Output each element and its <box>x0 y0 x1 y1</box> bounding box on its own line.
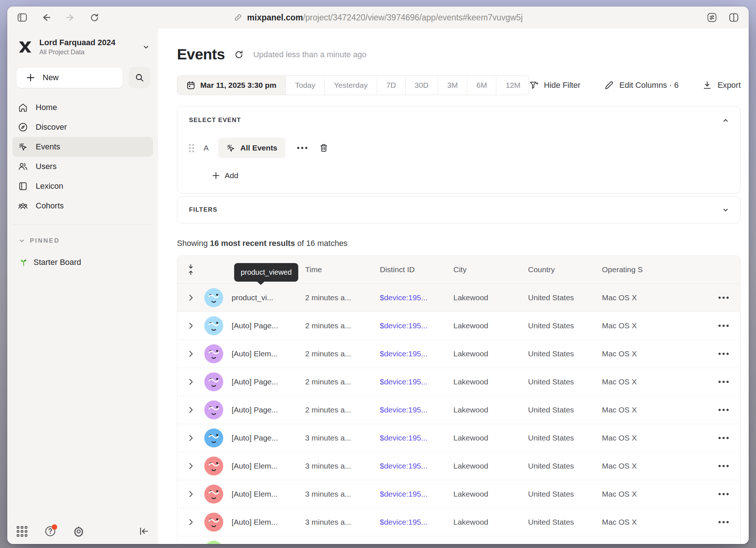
range-30d[interactable]: 30D <box>406 76 438 95</box>
range-3m[interactable]: 3M <box>438 76 467 95</box>
event-selector-chip[interactable]: All Events <box>218 138 286 158</box>
column-header-country[interactable]: Country <box>528 265 602 274</box>
row-expand-chevron[interactable] <box>177 462 204 470</box>
table-row[interactable]: [Auto] Elem... 3 minutes a... $device:19… <box>177 480 740 508</box>
sidebar-item-starter-board[interactable]: Starter Board <box>7 244 158 267</box>
column-header-city[interactable]: City <box>453 265 528 274</box>
add-event-button[interactable]: Add <box>212 171 729 180</box>
range-6m[interactable]: 6M <box>467 76 496 95</box>
sidebar-item-events[interactable]: Events <box>12 137 153 157</box>
browser-sidebar-toggle-icon[interactable] <box>17 13 27 22</box>
row-more-button[interactable] <box>716 409 731 411</box>
event-name-cell[interactable]: [Auto] Elem... <box>232 490 305 498</box>
column-header-distinct-id[interactable]: Distinct ID <box>380 265 453 274</box>
event-name-cell[interactable]: [Auto] Page... <box>232 406 305 414</box>
collapse-all-rows-icon[interactable] <box>177 264 204 275</box>
row-more-button[interactable] <box>716 493 731 495</box>
refresh-icon[interactable] <box>234 50 244 59</box>
project-name: Lord Farquaad 2024 <box>39 38 137 47</box>
distinct-id-link[interactable]: $device:195... <box>380 518 453 527</box>
apps-grid-icon[interactable] <box>17 526 27 537</box>
row-more-button[interactable] <box>716 353 731 355</box>
drag-handle[interactable] <box>189 144 194 152</box>
distinct-id-link[interactable]: $device:195... <box>380 321 453 330</box>
distinct-id-link[interactable]: $device:195... <box>380 490 453 498</box>
chevron-down-icon[interactable] <box>722 207 729 213</box>
os-cell: Mac OS X <box>602 293 681 302</box>
collapse-sidebar-icon[interactable] <box>139 527 149 536</box>
row-expand-chevron[interactable] <box>177 434 204 442</box>
row-more-button[interactable] <box>716 521 731 523</box>
range-7d[interactable]: 7D <box>377 76 406 95</box>
help-icon[interactable] <box>45 526 56 537</box>
row-expand-chevron[interactable] <box>177 350 204 357</box>
distinct-id-link[interactable]: $device:195... <box>380 434 453 442</box>
sidebar-nav: Home Discover Events <box>7 94 158 216</box>
table-row[interactable]: [Auto] Elem... 4 minutes a... $device:19… <box>177 536 740 544</box>
date-picker-button[interactable]: Mar 11, 2025 3:30 pm <box>177 76 286 95</box>
new-button[interactable]: New <box>16 67 123 88</box>
table-row[interactable]: [Auto] Elem... 3 minutes a... $device:19… <box>177 508 740 536</box>
pinned-section-toggle[interactable]: PINNED <box>7 225 158 244</box>
select-event-title: SELECT EVENT <box>189 117 241 124</box>
sidebar-item-users[interactable]: Users <box>12 157 153 176</box>
row-expand-chevron[interactable] <box>177 294 204 301</box>
project-switcher[interactable]: Lord Farquaad 2024 All Project Data <box>7 28 158 60</box>
event-name-cell[interactable]: [Auto] Elem... <box>232 462 305 470</box>
distinct-id-link[interactable]: $device:195... <box>380 349 453 358</box>
row-more-button[interactable] <box>716 297 731 299</box>
delete-event-icon[interactable] <box>319 143 328 153</box>
row-expand-chevron[interactable] <box>177 518 204 526</box>
event-name-cell[interactable]: [Auto] Page... <box>232 434 305 442</box>
row-more-button[interactable] <box>716 325 731 327</box>
row-expand-chevron[interactable] <box>177 490 204 498</box>
table-row[interactable]: [Auto] Page... 3 minutes a... $device:19… <box>177 424 740 452</box>
column-header-time[interactable]: Time <box>305 265 380 274</box>
export-button[interactable]: Export <box>702 81 741 90</box>
distinct-id-link[interactable]: $device:195... <box>380 462 453 470</box>
table-row[interactable]: [Auto] Elem... 2 minutes a... $device:19… <box>177 340 740 368</box>
reload-icon[interactable] <box>90 13 99 22</box>
address-bar[interactable]: mixpanel.com/project/3472420/view/397469… <box>233 7 523 28</box>
distinct-id-link[interactable]: $device:195... <box>380 406 453 414</box>
table-row[interactable]: [Auto] Page... 2 minutes a... $device:19… <box>177 396 740 424</box>
sidebar-item-home[interactable]: Home <box>12 98 153 117</box>
sidebar-item-discover[interactable]: Discover <box>12 117 153 137</box>
settings-gear-icon[interactable] <box>73 526 84 537</box>
row-more-button[interactable] <box>716 465 731 467</box>
split-view-icon[interactable] <box>729 13 739 22</box>
distinct-id-link[interactable]: $device:195... <box>380 377 453 386</box>
table-row[interactable]: [Auto] Page... 2 minutes a... $device:19… <box>177 312 740 340</box>
chevron-up-icon[interactable] <box>722 117 729 124</box>
page-settings-icon[interactable] <box>707 13 717 22</box>
row-expand-chevron[interactable] <box>177 378 204 385</box>
event-name-cell[interactable]: [Auto] Elem... <box>232 518 305 527</box>
range-12m[interactable]: 12M <box>496 76 529 95</box>
calendar-icon <box>186 81 195 90</box>
back-icon[interactable] <box>42 13 51 22</box>
distinct-id-link[interactable]: $device:195... <box>380 293 453 302</box>
range-yesterday[interactable]: Yesterday <box>325 76 377 95</box>
sidebar-item-lexicon[interactable]: Lexicon <box>12 176 153 196</box>
table-row[interactable]: [Auto] Elem... 3 minutes a... $device:19… <box>177 452 740 480</box>
event-name-cell[interactable]: [Auto] Elem... <box>232 349 305 358</box>
table-row[interactable]: product_vi... 2 minutes a... $device:195… <box>177 284 740 312</box>
event-more-button[interactable] <box>295 147 310 149</box>
range-today[interactable]: Today <box>286 76 325 95</box>
event-name-cell[interactable]: [Auto] Page... <box>232 321 305 330</box>
hide-filter-button[interactable]: Hide Filter <box>529 81 580 90</box>
edit-columns-button[interactable]: Edit Columns · 6 <box>605 81 679 90</box>
table-row[interactable]: [Auto] Page... 2 minutes a... $device:19… <box>177 368 740 396</box>
home-icon <box>18 103 28 112</box>
row-expand-chevron[interactable] <box>177 406 204 414</box>
country-cell: United States <box>528 434 602 442</box>
row-expand-chevron[interactable] <box>177 322 204 329</box>
country-cell: United States <box>528 406 602 414</box>
event-name-cell[interactable]: [Auto] Page... <box>232 377 305 386</box>
column-header-os[interactable]: Operating S <box>602 265 681 274</box>
event-name-cell[interactable]: product_vi... <box>232 293 305 302</box>
sidebar-item-cohorts[interactable]: Cohorts <box>12 196 153 216</box>
row-more-button[interactable] <box>716 381 731 383</box>
search-button[interactable] <box>129 67 150 88</box>
row-more-button[interactable] <box>716 437 731 439</box>
